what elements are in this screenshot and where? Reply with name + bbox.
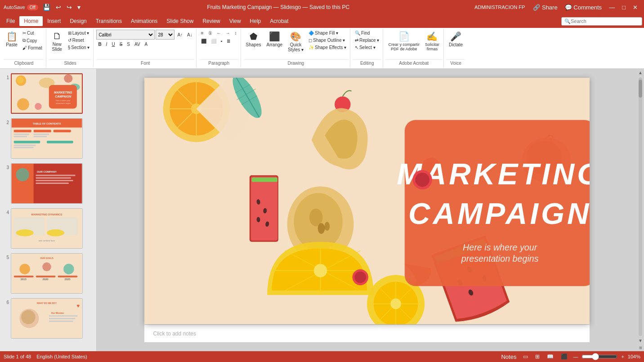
replace-button[interactable]: ⇄ Replace ▾ (353, 37, 381, 44)
find-button[interactable]: 🔍 Find (353, 30, 381, 36)
format-painter-button[interactable]: 🖌 Format (21, 45, 44, 51)
maximize-button[interactable]: □ (619, 3, 628, 12)
menu-slideshow[interactable]: Slide Show (162, 16, 198, 26)
scroll-track (639, 77, 642, 336)
svg-point-96 (354, 272, 366, 283)
layout-icon: ⊞ (68, 31, 72, 36)
scroll-fit-button[interactable]: ⊞ (638, 344, 644, 351)
ribbon-group-slides: 🗋 NewSlide ⊞ Layout ▾ ↺ Reset § Section … (47, 29, 94, 67)
font-color-button[interactable]: A (143, 41, 150, 48)
new-slide-button[interactable]: 🗋 NewSlide (49, 30, 65, 53)
indent-left-button[interactable]: ← (215, 30, 223, 36)
slide-thumb-5[interactable]: 5 OUR GOALS 2015 2020 2025 (2, 252, 94, 295)
line-spacing-button[interactable]: ↕ (233, 30, 239, 36)
slide-thumb-3[interactable]: 3 OUR COMPANY (2, 162, 94, 205)
quick-styles-button[interactable]: 🎨 QuickStyles ▾ (286, 30, 306, 54)
slide-thumb-2[interactable]: 2 TABLE OF CONTENTS (2, 117, 94, 160)
increase-font-button[interactable]: A↑ (175, 31, 184, 38)
slide-thumb-4[interactable]: 4 MARKETING DYNAMICS text content here (2, 207, 94, 250)
autosave-toggle[interactable]: Off (27, 4, 38, 10)
menu-home[interactable]: Home (19, 16, 43, 26)
bullets-button[interactable]: ≡ (199, 30, 206, 36)
decrease-font-button[interactable]: A↓ (185, 31, 194, 38)
view-normal-button[interactable]: ▭ (521, 353, 530, 361)
view-grid-button[interactable]: ⊞ (533, 353, 541, 361)
undo-button[interactable]: ↩ (54, 3, 63, 12)
layout-button[interactable]: ⊞ Layout ▾ (66, 30, 92, 36)
underline-button[interactable]: U (110, 41, 116, 48)
shapes-button[interactable]: ⬟ Shapes (244, 30, 264, 49)
ribbon-search-box[interactable]: 🔍 (561, 17, 642, 26)
scroll-up-button[interactable]: ▲ (637, 69, 644, 76)
search-input[interactable] (571, 18, 639, 24)
slide-panel[interactable]: 1 MARKETING CAMPAIGN Here is wher (0, 69, 97, 351)
menu-file[interactable]: File (2, 16, 19, 26)
menu-view[interactable]: View (225, 16, 246, 26)
menu-animations[interactable]: Animations (126, 16, 162, 26)
shape-effects-button[interactable]: ✨ Shape Effects ▾ (307, 44, 348, 51)
pdf-icon: 📄 (398, 31, 410, 42)
share-button[interactable]: 🔗 Share (530, 3, 560, 12)
section-button[interactable]: § Section ▾ (66, 44, 92, 51)
font-size-selector[interactable]: 28 (156, 30, 174, 40)
shape-outline-button[interactable]: ◻ Shape Outline ▾ (307, 37, 348, 44)
zoom-slider[interactable] (581, 353, 617, 360)
close-button[interactable]: ✕ (630, 3, 640, 12)
canvas-scrollbar[interactable]: ▲ ▼ ⊞ (637, 69, 644, 351)
align-center-button[interactable]: ⬜ (209, 38, 218, 45)
svg-point-46 (63, 264, 74, 274)
font-name-selector[interactable]: Calibri (96, 30, 155, 40)
view-reader-button[interactable]: 📖 (545, 353, 555, 361)
menu-design[interactable]: Design (65, 16, 91, 26)
save-button[interactable]: 💾 (41, 3, 52, 12)
menu-insert[interactable]: Insert (43, 16, 65, 26)
notes-toggle-button[interactable]: Notes (500, 353, 518, 360)
view-presenter-button[interactable]: ⬛ (559, 353, 569, 361)
select-button[interactable]: ↖ Select ▾ (353, 44, 381, 51)
indent-right-button[interactable]: → (224, 30, 232, 36)
create-pdf-button[interactable]: 📄 Crear y compartirPDF de Adobe (386, 30, 422, 53)
menu-help[interactable]: Help (246, 16, 266, 26)
copy-icon: ⧉ (22, 38, 26, 43)
notes-area[interactable]: Click to add notes (144, 324, 590, 342)
arrange-button[interactable]: ⬛ Arrange (264, 30, 285, 49)
strikethrough-button[interactable]: S (118, 41, 125, 48)
align-right-button[interactable]: ▪ (219, 38, 224, 45)
svg-text:OUR GOALS: OUR GOALS (40, 257, 54, 259)
slide-canvas[interactable]: MARKETING CAMPAIGN Here is where your pr… (144, 78, 590, 324)
char-spacing-button[interactable]: AV (133, 41, 142, 48)
numbering-button[interactable]: ① (206, 30, 214, 36)
minimize-button[interactable]: — (606, 3, 617, 12)
svg-point-45 (42, 263, 51, 272)
shape-fill-button[interactable]: 🔷 Shape Fill ▾ (307, 30, 348, 36)
shadow-button[interactable]: S (125, 41, 132, 48)
sign-button[interactable]: ✍ Solicitarfirmas (423, 30, 442, 53)
align-left-button[interactable]: ⬛ (199, 38, 208, 45)
redo-button[interactable]: ↪ (65, 3, 74, 12)
italic-button[interactable]: I (104, 41, 109, 48)
menu-acrobat[interactable]: Acrobat (265, 16, 293, 26)
scroll-down-button[interactable]: ▼ (637, 337, 644, 344)
editing-buttons: 🔍 Find ⇄ Replace ▾ ↖ Select ▾ (353, 30, 381, 51)
menu-review[interactable]: Review (198, 16, 224, 26)
sign-icon: ✍ (426, 31, 438, 42)
paragraph-content: ≡ ① ← → ↕ ⬛ ⬜ ▪ ≣ (199, 30, 239, 58)
comments-button[interactable]: 💬 Comments (562, 3, 604, 12)
reset-button[interactable]: ↺ Reset (66, 37, 92, 44)
menu-transitions[interactable]: Transitions (91, 16, 126, 26)
cut-button[interactable]: ✂ Cut (21, 30, 44, 36)
shape-sub: 🔷 Shape Fill ▾ ◻ Shape Outline ▾ ✨ Shape… (307, 30, 348, 51)
arrange-icon: ⬛ (269, 31, 280, 42)
dictate-button[interactable]: 🎤 Dictate (447, 30, 465, 49)
slides-label: Slides (49, 59, 92, 67)
customize-button[interactable]: ▾ (76, 3, 82, 12)
svg-text:Here is where your: Here is where your (463, 242, 538, 252)
scroll-thumb[interactable] (639, 80, 642, 98)
copy-button[interactable]: ⧉ Copy (21, 37, 44, 44)
slide-thumb-1[interactable]: 1 MARKETING CAMPAIGN Here is wher (2, 72, 94, 115)
title-bar: AutoSave Off 💾 ↩ ↪ ▾ Fruits Marketing Ca… (0, 0, 644, 14)
paste-button[interactable]: 📋 Paste (4, 30, 20, 49)
slide-thumb-6[interactable]: 6 WHAT DO WE DO? Our Mission ♥ (2, 297, 94, 340)
bold-button[interactable]: B (96, 41, 103, 48)
justify-button[interactable]: ≣ (225, 38, 232, 45)
